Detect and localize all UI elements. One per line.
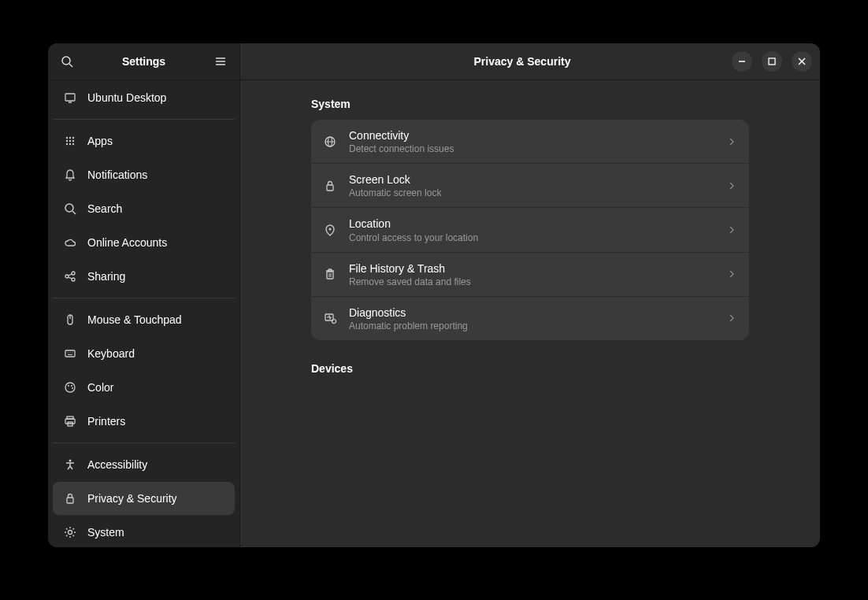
sidebar-item-label: Accessibility [87,458,147,471]
cloud-icon [62,235,78,250]
sidebar-item-system[interactable]: System [53,516,235,547]
sidebar-item-notifications[interactable]: Notifications [53,158,235,191]
sidebar-item-label: Sharing [87,270,125,283]
sidebar-item-accessibility[interactable]: Accessibility [53,448,235,481]
main-header: Privacy & Security [240,43,820,80]
row-subtitle: Automatic screen lock [349,187,725,198]
sidebar-item-sharing[interactable]: Sharing [53,260,235,293]
row-title: Screen Lock [349,172,725,187]
sidebar: Settings Ubuntu Desktop Apps Notificatio… [48,43,240,547]
row-title: Connectivity [349,128,725,143]
search-button[interactable] [57,52,76,71]
gear-icon [62,524,78,540]
sidebar-title: Settings [76,55,211,68]
chevron-right-icon [725,312,736,324]
sidebar-item-label: Mouse & Touchpad [87,313,182,326]
sidebar-item-label: Apps [87,135,113,147]
keyboard-icon [62,346,78,361]
chevron-right-icon [725,180,736,192]
sidebar-item-label: Color [87,381,113,394]
sidebar-list: Ubuntu Desktop Apps Notifications Search… [48,80,239,547]
sidebar-item-label: System [87,526,124,539]
window-controls [732,51,812,72]
sidebar-item-mouse-touchpad[interactable]: Mouse & Touchpad [53,303,235,336]
chevron-right-icon [725,135,736,148]
sidebar-item-online-accounts[interactable]: Online Accounts [53,226,235,259]
section-title: Devices [311,362,749,375]
row-subtitle: Detect connection issues [349,143,725,154]
lock-icon [322,178,338,194]
settings-row-location[interactable]: Location Control access to your location [311,208,749,252]
sidebar-item-printers[interactable]: Printers [53,405,235,438]
maximize-button[interactable] [762,51,782,72]
sidebar-item-ubuntu-desktop[interactable]: Ubuntu Desktop [53,81,235,114]
row-subtitle: Automatic problem reporting [349,320,725,331]
desktop-icon [62,90,78,106]
sidebar-item-label: Online Accounts [87,236,167,249]
settings-row-screen-lock[interactable]: Screen Lock Automatic screen lock [311,164,749,208]
sidebar-item-label: Notifications [87,169,147,181]
sidebar-item-privacy-security[interactable]: Privacy & Security [53,482,235,515]
section-title: System [311,98,749,110]
settings-row-diagnostics[interactable]: Diagnostics Automatic problem reporting [311,297,749,340]
diagnostics-icon [322,310,338,326]
mouse-icon [62,312,78,328]
page-title: Privacy & Security [313,55,732,68]
sidebar-item-color[interactable]: Color [53,371,235,404]
bell-icon [62,167,78,183]
main-panel: Privacy & Security System Connectivity D… [240,43,820,547]
row-title: Diagnostics [349,306,725,320]
row-title: Location [349,217,725,231]
chevron-right-icon [725,224,736,236]
trash-icon [322,266,338,282]
row-title: File History & Trash [349,261,725,276]
minimize-button[interactable] [732,51,752,72]
sidebar-divider [53,119,235,120]
sidebar-item-label: Printers [87,415,125,428]
close-icon [796,55,808,68]
sidebar-divider [53,443,235,443]
row-subtitle: Control access to your location [349,232,725,243]
printer-icon [62,413,78,429]
location-icon [322,222,338,238]
accessibility-icon [62,457,78,472]
settings-row-file-history-trash[interactable]: File History & Trash Remove saved data a… [311,253,749,297]
sidebar-item-label: Ubuntu Desktop [87,91,166,104]
sidebar-header: Settings [48,43,239,80]
sidebar-item-keyboard[interactable]: Keyboard [53,337,235,370]
lock-icon [62,491,78,506]
menu-icon [214,55,227,68]
sidebar-item-apps[interactable]: Apps [53,124,235,157]
sidebar-item-label: Keyboard [87,347,135,360]
row-subtitle: Remove saved data and files [349,276,725,287]
settings-group: Connectivity Detect connection issues Sc… [311,120,749,340]
color-icon [62,380,78,395]
sidebar-divider [53,298,235,298]
settings-row-connectivity[interactable]: Connectivity Detect connection issues [311,120,749,164]
settings-window: Settings Ubuntu Desktop Apps Notificatio… [48,43,820,547]
close-button[interactable] [792,51,812,72]
search-icon [62,201,78,217]
apps-icon [62,133,78,149]
sidebar-item-label: Privacy & Security [87,492,177,505]
main-content: System Connectivity Detect connection is… [240,80,820,547]
sidebar-item-label: Search [87,202,122,215]
chevron-right-icon [725,268,736,280]
maximize-icon [766,55,778,68]
globe-icon [322,134,338,150]
sidebar-item-search[interactable]: Search [53,192,235,225]
share-icon [62,269,78,284]
search-icon [61,55,73,68]
menu-button[interactable] [211,52,230,71]
minimize-icon [736,55,748,68]
